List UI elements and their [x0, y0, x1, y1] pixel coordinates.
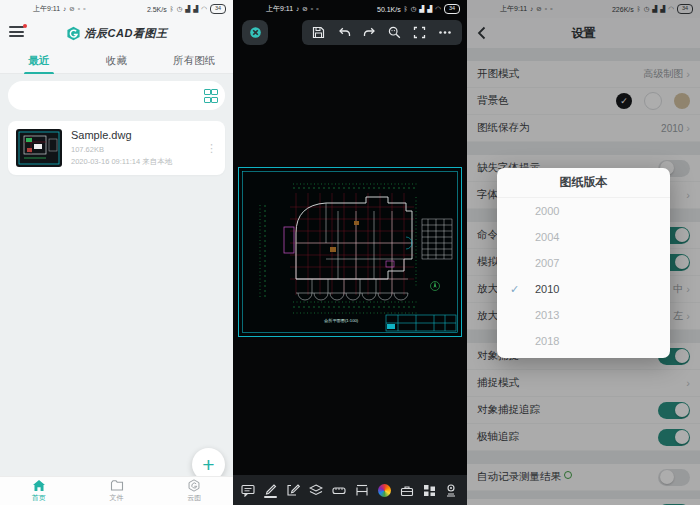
app-notification-icon: ▫ — [311, 6, 313, 13]
file-size: 107.62KB — [71, 144, 197, 155]
music-app-icon: ♪ — [296, 6, 299, 13]
version-option-2007[interactable]: 2007 — [497, 250, 670, 276]
tab-bar: 最近 收藏 所有图纸 — [0, 48, 233, 74]
draw-pencil-icon[interactable] — [264, 483, 277, 498]
nav-files[interactable]: 文件 — [78, 477, 156, 505]
folder-icon — [110, 479, 124, 492]
signal-icon: ▟ — [419, 6, 424, 13]
clock-text: 上午9:11 — [266, 4, 293, 14]
network-speed: 50.1K/s — [377, 6, 401, 13]
version-option-2013[interactable]: 2013 — [497, 302, 670, 328]
network-speed: 2.5K/s — [147, 6, 167, 13]
drawing-title-text: 会所平面图(1:100) — [324, 318, 359, 323]
fullscreen-button[interactable] — [413, 26, 426, 39]
tab-all-drawings[interactable]: 所有图纸 — [155, 54, 233, 68]
file-name: Sample.dwg — [71, 129, 197, 141]
layers-icon[interactable] — [309, 484, 323, 497]
comment-icon[interactable] — [241, 484, 255, 497]
version-option-2004[interactable]: 2004 — [497, 224, 670, 250]
nav-cloud[interactable]: 云图 — [155, 477, 233, 505]
alarm-icon: ◷ — [411, 6, 417, 13]
tab-favorites[interactable]: 收藏 — [78, 54, 156, 68]
signal-icon: ▟ — [185, 6, 190, 13]
clock-text: 上午9:11 — [33, 4, 60, 14]
drawing-version-dialog: 图纸版本 2000 2004 2007 ✓ 2010 2013 2018 — [497, 168, 670, 358]
close-icon — [250, 27, 261, 38]
settings-panel: 上午9:11 ♪ ⊘ ▫ ▫ 226K/s ᛒ ◷ ▟ ▟ ◠ 34 设置 — [467, 0, 700, 505]
logo-icon — [66, 26, 81, 41]
bottom-nav: 首页 文件 云图 — [0, 476, 233, 505]
bluetooth-icon: ᛒ — [170, 6, 174, 13]
drawing-thumbnail — [16, 129, 62, 167]
cad-drawing-canvas[interactable]: 会所平面图(1:100) — [238, 167, 462, 337]
app-logo: 浩辰CAD看图王 — [66, 26, 168, 41]
version-option-2000[interactable]: 2000 — [497, 198, 670, 224]
tab-recent[interactable]: 最近 — [0, 54, 78, 68]
app-notification-icon: ▫ — [83, 6, 85, 13]
search-input[interactable] — [8, 81, 225, 110]
signal-icon: ▟ — [427, 6, 432, 13]
version-option-2018[interactable]: 2018 — [497, 328, 670, 354]
close-drawing-button[interactable] — [242, 20, 268, 45]
cloud-logo-icon — [187, 479, 201, 492]
viewer-bottom-toolbar — [233, 475, 467, 505]
zoom-magnifier-button[interactable] — [388, 26, 401, 39]
nav-home[interactable]: 首页 — [0, 477, 78, 505]
file-list-item[interactable]: Sample.dwg 107.62KB 2020-03-16 09:11:14 … — [8, 121, 225, 175]
view-grid-toggle-icon[interactable] — [204, 89, 216, 103]
save-button[interactable] — [312, 26, 325, 39]
markup-icon[interactable] — [286, 483, 300, 497]
signal-icon: ▟ — [193, 6, 198, 13]
battery-icon: 34 — [210, 4, 226, 14]
viewer-panel: 上午9:11 ♪ ⊘ ▫ ▫ 50.1K/s ᛒ ◷ ▟ ▟ ◠ 34 — [233, 0, 467, 505]
version-option-2010-selected[interactable]: ✓ 2010 — [497, 276, 670, 302]
file-list-area: Sample.dwg 107.62KB 2020-03-16 09:11:14 … — [0, 74, 233, 477]
file-info: Sample.dwg 107.62KB 2020-03-16 09:11:14 … — [71, 129, 197, 167]
check-icon: ✓ — [510, 283, 519, 296]
notification-dot — [23, 24, 27, 28]
do-not-disturb-icon: ⊘ — [302, 6, 307, 13]
undo-button[interactable] — [337, 26, 351, 39]
app-title: 浩辰CAD看图王 — [85, 26, 168, 41]
home-panel: 上午9:11 ♪ ⊘ ▫ ▫ 2.5K/s ᛒ ◷ ▟ ▟ ◠ 34 — [0, 0, 233, 505]
status-bar-left: 上午9:11 ♪ ⊘ ▫ ▫ 2.5K/s ᛒ ◷ ▟ ▟ ◠ 34 — [0, 0, 233, 18]
app-notification-icon: ▫ — [316, 6, 318, 13]
file-date-source: 2020-03-16 09:11:14 来自本地 — [71, 156, 197, 167]
redo-button[interactable] — [363, 26, 377, 39]
color-wheel-icon[interactable] — [378, 484, 391, 497]
more-button[interactable] — [438, 26, 452, 39]
music-app-icon: ♪ — [63, 6, 66, 13]
wifi-icon: ◠ — [201, 6, 207, 13]
stamp-icon[interactable] — [444, 484, 458, 497]
status-bar-middle: 上午9:11 ♪ ⊘ ▫ ▫ 50.1K/s ᛒ ◷ ▟ ▟ ◠ 34 — [233, 0, 467, 18]
do-not-disturb-icon: ⊘ — [69, 6, 74, 13]
dialog-title: 图纸版本 — [497, 168, 670, 198]
home-icon — [32, 479, 46, 492]
app-header: 浩辰CAD看图王 — [0, 18, 233, 48]
toolbox-icon[interactable] — [400, 484, 414, 497]
menu-button[interactable] — [9, 26, 24, 38]
viewer-toolbar — [302, 20, 462, 45]
bluetooth-icon: ᛒ — [404, 6, 408, 13]
app-notification-icon: ▫ — [78, 6, 80, 13]
dimension-icon[interactable] — [355, 484, 369, 497]
screen: 上午9:11 ♪ ⊘ ▫ ▫ 2.5K/s ᛒ ◷ ▟ ▟ ◠ 34 — [0, 0, 700, 505]
battery-icon: 34 — [444, 4, 460, 14]
measure-tape-icon[interactable] — [332, 484, 346, 497]
wifi-icon: ◠ — [435, 6, 441, 13]
file-more-button[interactable]: ⋮ — [206, 142, 217, 155]
blocks-icon[interactable] — [423, 484, 436, 497]
alarm-icon: ◷ — [177, 6, 183, 13]
